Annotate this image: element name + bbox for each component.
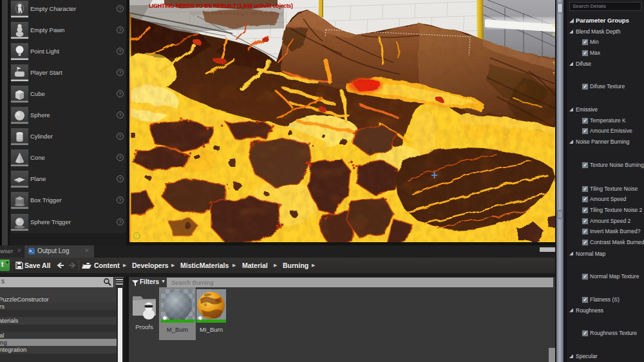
svg-text:LIGHTING NEEDS TO BE REBUILT (: LIGHTING NEEDS TO BE REBUILT (1,949 unbu… — [149, 3, 293, 9]
svg-text:lightmass needs rebuilding to: lightmass needs rebuilding to see final … — [191, 11, 283, 16]
